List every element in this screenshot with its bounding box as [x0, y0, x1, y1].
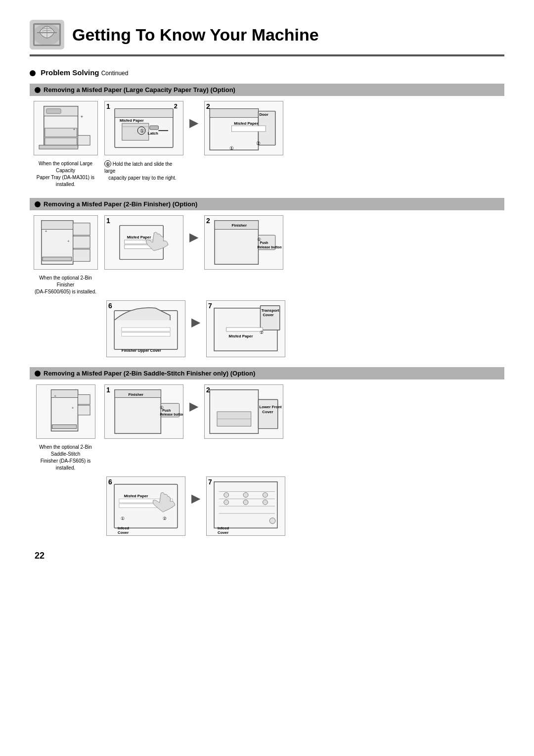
arrow-2: ▶	[186, 230, 201, 244]
svg-text:Latch: Latch	[148, 131, 158, 136]
svg-rect-56	[226, 328, 263, 331]
svg-text:+: +	[71, 406, 74, 410]
section-saddle-stitch: Removing a Misfed Paper (2-Bin Saddle-St…	[30, 367, 504, 536]
svg-point-94	[263, 492, 267, 497]
svg-point-92	[224, 492, 229, 497]
bullet-icon-1	[35, 87, 41, 93]
arrow-1: ▶	[186, 116, 201, 130]
svg-rect-33	[73, 249, 89, 262]
svg-text:+: +	[44, 229, 47, 234]
saddle-step2-col: 2 Lower Front Cover	[204, 384, 283, 439]
svg-text:Infeed: Infeed	[118, 526, 129, 530]
saddle-machine-col: + + When the optional 2-Bin Saddle-Stitc…	[30, 384, 101, 472]
saddle-step6-badge: 6	[108, 478, 112, 486]
svg-rect-25	[231, 126, 266, 132]
saddle-machine-image: + +	[36, 384, 95, 439]
page-title: Getting To Know Your Machine	[72, 25, 319, 45]
step6-badge: 6	[108, 302, 112, 310]
svg-text:+: +	[54, 394, 56, 398]
svg-text:Push: Push	[260, 241, 268, 244]
saddle-step7-image: 7 Infeed Cover	[206, 476, 285, 536]
svg-rect-22	[210, 109, 258, 118]
lc-machine-col: + + When the optional Large CapacityPape…	[30, 101, 101, 188]
svg-text:Release button: Release button	[160, 413, 183, 416]
svg-rect-36	[42, 257, 71, 261]
svg-rect-4	[46, 109, 60, 114]
svg-text:Misfed Paper: Misfed Paper	[234, 121, 258, 126]
svg-text:Infeed: Infeed	[218, 526, 229, 530]
saddle-row1: + + When the optional 2-Bin Saddle-Stitc…	[30, 384, 504, 472]
lc-machine-image: + +	[34, 101, 98, 155]
arrow-3: ▶	[188, 315, 203, 329]
svg-point-93	[243, 492, 248, 497]
lc-step1-col: 1 ① Misfed Paper L	[104, 101, 183, 182]
lc-step2-col: 2 Door Misfed Paper ② ①	[204, 101, 283, 155]
2bin-step7-col: 7 Transport Cover Misfed Paper ②	[206, 300, 285, 357]
svg-rect-8	[39, 145, 78, 149]
section-header-large-capacity: Removing a Misfed Paper (Large Capacity …	[30, 84, 504, 96]
saddle-step6-col: 6 Misfed Paper Infeed Cover ② ①	[106, 476, 185, 536]
saddle-step1-col: 1 Finisher ① Push Release button	[104, 384, 183, 439]
2bin-step7-image: 7 Transport Cover Misfed Paper ②	[206, 300, 285, 357]
svg-text:Misfed Paper: Misfed Paper	[120, 118, 144, 123]
svg-text:Cover: Cover	[218, 530, 228, 535]
svg-rect-31	[73, 223, 89, 236]
svg-rect-7	[78, 136, 90, 145]
svg-text:Cover: Cover	[262, 410, 273, 414]
svg-rect-30	[41, 221, 73, 230]
svg-text:+: +	[80, 114, 83, 119]
2bin-row1: + + When the optional 2-Bin Finisher(DA-…	[30, 215, 504, 295]
step2-badge: 2	[206, 102, 210, 110]
2bin-step1-badge: 1	[106, 217, 110, 225]
arrow-5: ▶	[188, 491, 203, 505]
section-large-capacity: Removing a Misfed Paper (Large Capacity …	[30, 84, 504, 188]
lc-machine-caption: When the optional Large CapacityPaper Tr…	[31, 160, 100, 188]
svg-rect-32	[73, 236, 89, 248]
lc-step2-image: 2 Door Misfed Paper ② ①	[204, 101, 283, 155]
lc-step1-image: 1 ① Misfed Paper L	[104, 101, 183, 155]
svg-rect-61	[78, 395, 90, 405]
svg-text:Misfed Paper: Misfed Paper	[124, 494, 148, 498]
svg-text:②: ②	[256, 141, 261, 146]
svg-point-97	[263, 500, 267, 505]
svg-text:②: ②	[260, 330, 264, 335]
svg-text:②: ②	[163, 516, 167, 521]
page-number: 22	[30, 551, 504, 561]
saddle-step2-image: 2 Lower Front Cover	[204, 384, 283, 439]
step1-badge: 1	[106, 102, 110, 110]
2bin-machine-caption: When the optional 2-Bin Finisher(DA-FS60…	[31, 275, 100, 295]
2bin-step6-col: 6 Finisher Upper Cover	[106, 300, 185, 357]
section-header-saddle: Removing a Misfed Paper (2-Bin Saddle-St…	[30, 367, 504, 379]
svg-text:Push: Push	[162, 409, 171, 412]
svg-rect-5	[44, 128, 77, 137]
2bin-step1-image: 1 Misfed Paper	[104, 215, 183, 270]
svg-rect-6	[44, 138, 77, 145]
2bin-step1-col: 1 Misfed Paper	[104, 215, 183, 270]
svg-text:2: 2	[174, 102, 178, 110]
step7-badge: 7	[208, 302, 212, 310]
svg-rect-12	[115, 109, 173, 118]
svg-point-96	[243, 500, 248, 505]
svg-point-100	[269, 518, 275, 524]
saddle-step7-badge: 7	[208, 478, 212, 486]
lc-step1-caption: ① Hold the latch and slide the large cap…	[104, 160, 183, 182]
2bin-row2: 6 Finisher Upper Cover ▶ 7	[106, 300, 504, 357]
bullet-icon	[30, 70, 36, 76]
2bin-machine-col: + + When the optional 2-Bin Finisher(DA-…	[30, 215, 101, 295]
saddle-step2-badge: 2	[206, 386, 210, 394]
saddle-step7-col: 7 Infeed Cover	[206, 476, 285, 536]
saddle-step1-badge: 1	[106, 386, 110, 394]
svg-text:Cover: Cover	[263, 313, 273, 317]
2bin-step2-badge: 2	[206, 217, 210, 225]
svg-text:Release button: Release button	[257, 245, 281, 249]
bullet-icon-3	[35, 371, 41, 377]
book-icon	[30, 20, 64, 49]
svg-text:Misfed Paper: Misfed Paper	[127, 235, 151, 239]
section-header-2bin: Removing a Misfed Paper (2-Bin Finisher)…	[30, 198, 504, 210]
svg-text:+: +	[67, 239, 69, 243]
svg-rect-49	[122, 328, 170, 331]
svg-text:Finisher: Finisher	[231, 223, 247, 228]
svg-rect-50	[122, 332, 170, 336]
saddle-machine-caption: When the optional 2-Bin Saddle-StitchFin…	[31, 444, 100, 472]
svg-text:Finisher: Finisher	[129, 392, 144, 397]
